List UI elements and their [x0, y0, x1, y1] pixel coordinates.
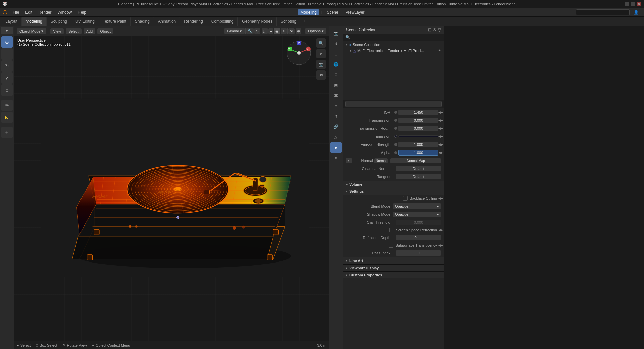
move-tool[interactable]: ✛ [1, 48, 13, 60]
material-tab[interactable]: ● [330, 142, 342, 153]
view-layer-tab[interactable]: ⊞ [330, 49, 342, 59]
tab-layout[interactable]: Layout [1, 17, 22, 26]
line-art-section-header[interactable]: ▸ Line Art [343, 257, 444, 264]
transmission-dot[interactable] [394, 119, 397, 122]
filter-icon[interactable]: ⊟ [428, 27, 431, 32]
add-tool[interactable]: + [1, 127, 13, 138]
transform-tool[interactable]: ⊡ [1, 84, 13, 96]
blend-mode-selector[interactable]: Opaque ▾ [393, 203, 441, 209]
scene-tab[interactable]: 🌐 [330, 59, 342, 69]
shadow-mode-selector[interactable]: Opaque ▾ [393, 212, 441, 217]
settings-section-header[interactable]: ▾ Settings [343, 188, 444, 195]
tab-sculpting[interactable]: Sculpting [47, 17, 71, 26]
maximize-button[interactable]: □ [631, 2, 635, 6]
3d-viewport-content[interactable]: Fender [41, 46, 309, 329]
frame-btn[interactable]: 🖥 [316, 70, 326, 80]
overlay-btn[interactable]: 👁 [288, 28, 295, 34]
alpha-value[interactable]: 1.000 [398, 150, 438, 156]
navigation-gizmo[interactable]: X Y Z [285, 40, 312, 66]
tab-shading[interactable]: Shading [131, 17, 154, 26]
camera-view-btn[interactable]: 📷 [316, 60, 326, 69]
user-prefs[interactable]: 👤 [631, 9, 641, 15]
menu-file[interactable]: File [10, 9, 22, 15]
emission-dot[interactable] [394, 135, 397, 138]
physics-tab[interactable]: ↯ [330, 111, 342, 121]
menu-window[interactable]: Window [55, 9, 74, 15]
properties-search-input[interactable] [345, 101, 442, 107]
visibility-icon[interactable]: 👁 [438, 49, 441, 52]
pass-index-value[interactable]: 0 [396, 250, 441, 256]
custom-properties-section-header[interactable]: ▸ Custom Properties [343, 271, 444, 278]
world-tab[interactable]: ⊙ [330, 70, 342, 80]
close-button[interactable]: ✕ [637, 2, 641, 6]
options-btn[interactable]: Options ▾ [305, 28, 326, 34]
object-tab[interactable]: ▣ [330, 80, 342, 90]
solid-shading[interactable]: ● [268, 28, 273, 34]
normal-expand-btn[interactable]: ▸ [346, 158, 352, 163]
volume-section-header[interactable]: ▸ Volume [343, 181, 444, 188]
tangent-value[interactable]: Default [396, 174, 441, 179]
object-menu[interactable]: Object [97, 28, 113, 34]
minimize-button[interactable]: ─ [625, 2, 629, 6]
viewport[interactable]: Object Mode ▾ View Select Add Object Gim… [14, 26, 329, 349]
menu-help[interactable]: Help [75, 9, 89, 15]
workspace-modeling-active[interactable]: Modeling [298, 9, 319, 15]
clearcoat-normal-value[interactable]: Default [396, 166, 441, 171]
top-search[interactable] [576, 9, 630, 15]
viewport-display-section-header[interactable]: ▸ Viewport Display [343, 264, 444, 271]
tab-texture-paint[interactable]: Texture Paint [99, 17, 131, 26]
viewlayer-selector[interactable]: ViewLayer [343, 9, 367, 15]
output-tab[interactable]: 🖨 [330, 39, 342, 49]
eye-icon[interactable]: 👁 [433, 27, 437, 32]
alpha-dot[interactable] [394, 151, 397, 154]
shaderfx-tab[interactable]: ✦ [330, 153, 342, 163]
view-menu[interactable]: View [50, 28, 64, 34]
snap-btn[interactable]: 🔧 [246, 28, 254, 34]
scale-tool[interactable]: ⤢ [1, 72, 13, 84]
wireframe-shading[interactable]: ⬚ [262, 28, 268, 34]
normal-map-value[interactable]: Normal Map [390, 158, 441, 163]
particles-tab[interactable]: ✦ [330, 101, 342, 111]
constraints-tab[interactable]: 🔗 [330, 122, 342, 132]
tab-uv-editing[interactable]: UV Editing [71, 17, 99, 26]
refraction-depth-value[interactable]: 0 cm [396, 235, 441, 240]
tab-animation[interactable]: Animation [154, 17, 180, 26]
tab-scripting[interactable]: Scripting [277, 17, 301, 26]
transmission-roughness-value[interactable]: 0.000 [398, 126, 438, 131]
scene-collection-item[interactable]: ▸ ■ Scene Collection [343, 42, 444, 48]
rendered-shading[interactable]: ☀ [281, 28, 287, 34]
ior-value[interactable]: 1.450 [398, 110, 438, 115]
menu-edit[interactable]: Edit [22, 9, 35, 15]
menu-render[interactable]: Render [36, 9, 54, 15]
mode-selector[interactable]: ▼ [1, 27, 13, 34]
object-mode-selector[interactable]: Object Mode ▾ [17, 28, 46, 34]
modifier-tab[interactable]: ⌘ [330, 91, 342, 101]
emission-strength-value[interactable]: 1.000 [398, 142, 438, 147]
object-data-tab[interactable]: △ [330, 132, 342, 142]
transmission-roughness-dot[interactable] [394, 127, 397, 130]
add-menu[interactable]: Add [84, 28, 96, 34]
rotate-tool[interactable]: ↻ [1, 60, 13, 72]
tab-compositing[interactable]: Compositing [207, 17, 238, 26]
gizmo-btn[interactable]: ⊕ [296, 28, 301, 34]
proportional-edit[interactable]: ⊙ [254, 28, 260, 34]
subsurface-translucency-checkbox[interactable] [389, 243, 393, 248]
tab-geometry-nodes[interactable]: Geometry Nodes [238, 17, 277, 26]
zoom-out-btn[interactable]: 🖱 [316, 49, 326, 58]
scene-object-item[interactable]: ▸ △ MoFi Electronics - Fender x MoFi Pre… [343, 48, 444, 54]
backface-culling-checkbox[interactable] [403, 196, 408, 201]
transmission-value[interactable]: 0.000 [398, 118, 438, 123]
material-shading[interactable]: ◉ [274, 28, 280, 34]
ior-dot[interactable] [394, 111, 397, 114]
tab-rendering[interactable]: Rendering [180, 17, 207, 26]
tab-modeling[interactable]: Modeling [22, 17, 47, 26]
gimbal-selector[interactable]: Gimbal ▾ [224, 28, 245, 34]
normal-value[interactable]: Normal [374, 158, 388, 163]
render-tab[interactable]: 📷 [330, 28, 342, 38]
add-workspace-tab[interactable]: + [301, 17, 309, 26]
scene-search-input[interactable] [352, 35, 442, 39]
screen-space-refraction-checkbox[interactable] [389, 228, 394, 232]
measure-tool[interactable]: 📐 [1, 112, 13, 123]
annotate-tool[interactable]: ✏ [1, 100, 13, 111]
select-menu[interactable]: Select [66, 28, 82, 34]
